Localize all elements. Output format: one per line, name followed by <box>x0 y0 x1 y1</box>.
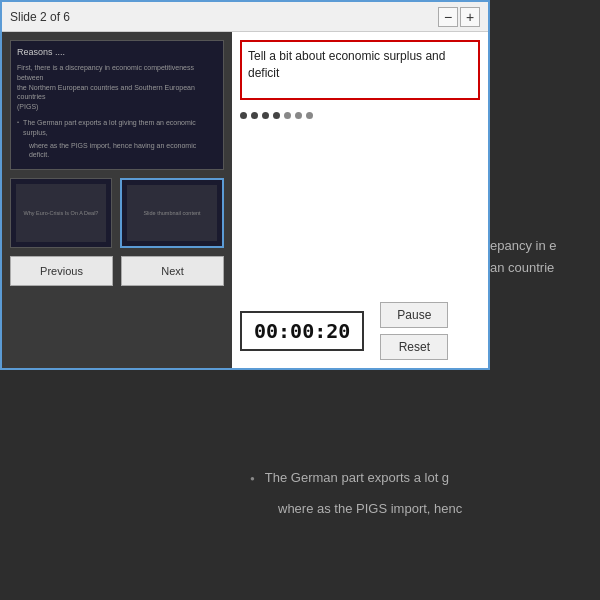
content-area: Reasons .... First, there is a discrepan… <box>2 32 488 368</box>
zoom-in-button[interactable]: + <box>460 7 480 27</box>
thumb2-label: Slide thumbnail content <box>141 208 202 218</box>
notes-box: Tell a bit about economic surplus and de… <box>240 40 480 100</box>
slide-counter: Slide 2 of 6 <box>10 10 70 24</box>
dot-2 <box>251 112 258 119</box>
dots-indicator <box>240 112 480 119</box>
background-bullets: ● The German part exports a lot g where … <box>240 468 600 520</box>
next-button[interactable]: Next <box>121 256 224 286</box>
pause-button[interactable]: Pause <box>380 302 448 328</box>
notes-text: Tell a bit about economic surplus and de… <box>248 49 445 80</box>
dot-5 <box>284 112 291 119</box>
previous-button[interactable]: Previous <box>10 256 113 286</box>
thumbnail-row: Why Euro-Crisis Is On A Deal? Slide thum… <box>10 178 224 248</box>
dot-6 <box>295 112 302 119</box>
dot-4 <box>273 112 280 119</box>
main-slide-preview: Reasons .... First, there is a discrepan… <box>10 40 224 170</box>
top-bar: Slide 2 of 6 − + <box>2 2 488 32</box>
preview-column: Reasons .... First, there is a discrepan… <box>2 32 232 368</box>
reset-button[interactable]: Reset <box>380 334 448 360</box>
zoom-out-button[interactable]: − <box>438 7 458 27</box>
dot-3 <box>262 112 269 119</box>
partial-right-text: epancy in e an countrie <box>485 235 600 279</box>
thumbnail-next[interactable]: Slide thumbnail content <box>120 178 224 248</box>
dot-7 <box>306 112 313 119</box>
preview-title: Reasons .... <box>11 41 223 59</box>
timer-display: 00:00:20 <box>240 311 364 351</box>
timer-section: 00:00:20 Pause Reset <box>240 302 480 360</box>
presenter-panel: Slide 2 of 6 − + Reasons .... First, the… <box>0 0 490 370</box>
thumb1-label: Why Euro-Crisis Is On A Deal? <box>22 208 101 218</box>
nav-row: Previous Next <box>10 256 224 286</box>
timer-buttons: Pause Reset <box>380 302 448 360</box>
dot-1 <box>240 112 247 119</box>
zoom-controls: − + <box>438 7 480 27</box>
preview-body: First, there is a discrepancy in economi… <box>11 59 223 164</box>
right-column: Tell a bit about economic surplus and de… <box>232 32 488 368</box>
thumbnail-previous[interactable]: Why Euro-Crisis Is On A Deal? <box>10 178 112 248</box>
